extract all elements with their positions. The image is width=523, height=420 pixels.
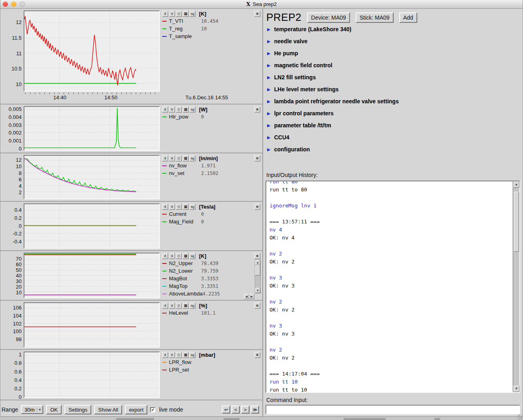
device-button[interactable]: Device: MA09 <box>307 12 350 23</box>
plot-area[interactable] <box>24 302 160 348</box>
scroll-left-button[interactable]: ◀ <box>244 294 249 299</box>
expand-arrow-icon[interactable]: ▶ <box>267 111 270 116</box>
scroll-up-button[interactable]: ▲ <box>255 260 260 265</box>
legend-scrollbar[interactable]: ▲▼ <box>255 259 261 293</box>
pan-down-button[interactable]: ∨ <box>169 352 175 358</box>
jump-end-button[interactable]: ≫ <box>251 406 259 414</box>
pan-up-button[interactable]: ∧ <box>162 253 168 259</box>
pan-up-button[interactable]: ∧ <box>162 11 168 17</box>
pan-down-button[interactable]: ∨ <box>169 303 175 309</box>
expand-arrow-icon[interactable]: ▶ <box>267 39 270 44</box>
close-plot-button[interactable]: × <box>254 204 260 210</box>
scroll-down-button[interactable]: ▼ <box>513 386 519 392</box>
tree-item[interactable]: ▶lpr control parameters <box>267 107 519 119</box>
settings-button[interactable]: Settings <box>64 405 91 414</box>
log-scale-button[interactable]: log <box>189 11 195 17</box>
legend-hscrollbar[interactable]: ◀▶ <box>244 294 254 299</box>
scrollbar-thumb[interactable] <box>514 192 519 252</box>
expand-arrow-icon[interactable]: ▶ <box>267 135 270 140</box>
scrollbar-thumb[interactable] <box>255 265 260 275</box>
resize-grip[interactable] <box>517 414 523 420</box>
expand-arrow-icon[interactable]: ▶ <box>267 51 270 56</box>
tree-item[interactable]: ▶magnetic field control <box>267 59 519 71</box>
expand-arrow-icon[interactable]: ▶ <box>267 99 270 104</box>
tree-item[interactable]: ▶LN2 fill settings <box>267 71 519 83</box>
tree-item[interactable]: ▶temperature (LakeShore 340) <box>267 23 519 35</box>
pan-down-button[interactable]: ∨ <box>169 204 175 210</box>
log-scale-button[interactable]: log <box>189 107 195 113</box>
plot-area[interactable] <box>24 203 160 249</box>
plot-area[interactable] <box>24 106 160 151</box>
grid-toggle-button[interactable]: ▦ <box>183 204 189 210</box>
grid-toggle-button[interactable]: ▦ <box>183 11 189 17</box>
scroll-up-button[interactable]: ▲ <box>513 181 519 188</box>
jump-latest-button[interactable]: ↩ <box>222 406 230 414</box>
pan-up-button[interactable]: ∧ <box>162 155 168 161</box>
log-scale-button[interactable]: log <box>189 253 195 259</box>
zoom-button[interactable]: ◇ <box>176 155 182 161</box>
ok-button[interactable]: OK <box>46 405 62 414</box>
tree-item[interactable]: ▶lambda point refrigerator needle valve … <box>267 95 519 107</box>
scroll-right-button[interactable]: ▶ <box>249 294 254 299</box>
plot-area[interactable] <box>24 352 160 398</box>
tree-item[interactable]: ▶parameter table /tt/tm <box>267 119 519 131</box>
zoom-button[interactable]: ◇ <box>176 352 182 358</box>
zoom-button[interactable]: ◇ <box>176 253 182 259</box>
history-scrollbar[interactable]: ▲ ▼ <box>513 181 519 392</box>
scrollbar-trough[interactable] <box>513 188 519 386</box>
expand-arrow-icon[interactable]: ▶ <box>267 87 270 92</box>
zoom-button[interactable]: ◇ <box>176 11 182 17</box>
zoom-button[interactable]: ◇ <box>176 303 182 309</box>
grid-toggle-button[interactable]: ▦ <box>183 253 189 259</box>
plot-area[interactable] <box>24 10 160 92</box>
close-plot-button[interactable]: × <box>254 155 260 161</box>
expand-arrow-icon[interactable]: ▶ <box>267 63 270 68</box>
tree-item[interactable]: ▶LHe level meter settings <box>267 83 519 95</box>
close-plot-button[interactable]: × <box>254 303 260 309</box>
page-back-button[interactable]: < <box>231 406 240 414</box>
scrollbar-trough[interactable] <box>255 265 260 288</box>
pan-down-button[interactable]: ∨ <box>169 11 175 17</box>
expand-arrow-icon[interactable]: ▶ <box>267 147 270 152</box>
zoom-button[interactable]: ◇ <box>176 204 182 210</box>
pan-up-button[interactable]: ∧ <box>162 204 168 210</box>
command-input[interactable] <box>266 405 520 414</box>
show-all-button[interactable]: Show All <box>94 405 122 414</box>
expand-arrow-icon[interactable]: ▶ <box>267 123 270 128</box>
pan-up-button[interactable]: ∧ <box>162 352 168 358</box>
tree-item[interactable]: ▶configuration <box>267 143 519 155</box>
close-plot-button[interactable]: × <box>254 11 260 17</box>
log-scale-button[interactable]: log <box>189 303 195 309</box>
add-button[interactable]: Add <box>399 12 417 23</box>
page-forward-button[interactable]: > <box>241 406 249 414</box>
plot-area[interactable] <box>24 155 160 199</box>
pan-down-button[interactable]: ∨ <box>169 155 175 161</box>
log-scale-button[interactable]: log <box>189 155 195 161</box>
export-button[interactable]: export <box>125 405 147 414</box>
close-plot-button[interactable]: × <box>254 253 260 259</box>
pan-down-button[interactable]: ∨ <box>169 253 175 259</box>
live-mode-checkbox[interactable]: ✓ <box>150 407 155 412</box>
pan-down-button[interactable]: ∨ <box>169 107 175 113</box>
scroll-down-button[interactable]: ▼ <box>255 288 260 293</box>
tree-item[interactable]: ▶He pump <box>267 47 519 59</box>
log-scale-button[interactable]: log <box>189 352 195 358</box>
tree-item[interactable]: ▶CCU4 <box>267 131 519 143</box>
log-scale-button[interactable]: log <box>189 204 195 210</box>
close-plot-button[interactable]: × <box>254 352 260 358</box>
window-titlebar[interactable]: XSea prep2 <box>0 0 523 9</box>
expand-arrow-icon[interactable]: ▶ <box>267 75 270 80</box>
pan-up-button[interactable]: ∧ <box>162 303 168 309</box>
expand-arrow-icon[interactable]: ▶ <box>267 27 270 32</box>
grid-toggle-button[interactable]: ▦ <box>183 352 189 358</box>
close-plot-button[interactable]: × <box>254 107 260 113</box>
grid-toggle-button[interactable]: ▦ <box>183 155 189 161</box>
pan-up-button[interactable]: ∧ <box>162 107 168 113</box>
plot-area[interactable] <box>24 253 160 298</box>
zoom-button[interactable]: ◇ <box>176 107 182 113</box>
tree-item[interactable]: ▶needle valve <box>267 35 519 47</box>
stick-button[interactable]: Stick: MA09 <box>356 12 394 23</box>
history-output[interactable]: run tt 80run tt to 80 ignoreMsg lnv 1 ==… <box>266 181 520 393</box>
grid-toggle-button[interactable]: ▦ <box>183 107 189 113</box>
grid-toggle-button[interactable]: ▦ <box>183 303 189 309</box>
